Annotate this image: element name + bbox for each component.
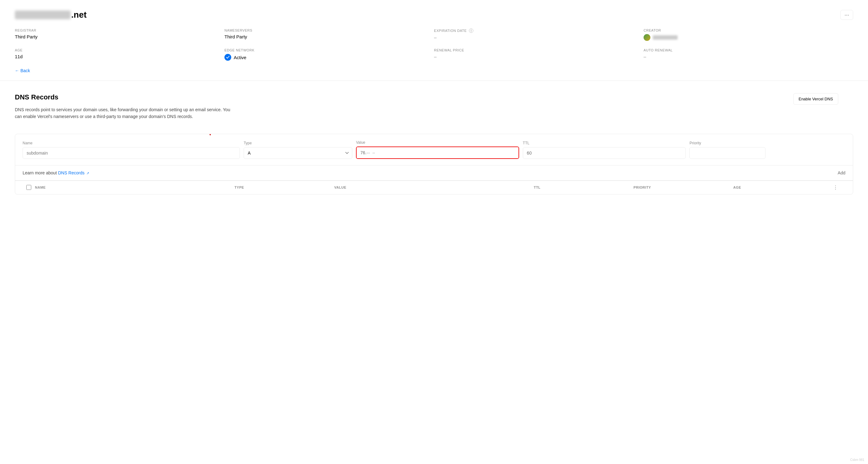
type-field-label: Type [244,141,352,145]
table-actions-col: ⋮ [833,184,845,191]
registrar-label: REGISTRAR [15,29,224,32]
value-field-group: Value [356,140,519,159]
age-item: AGE 11d [15,48,224,61]
registrar-item: REGISTRAR Third Party [15,29,224,41]
edge-network-label: EDGE NETWORK [224,48,434,52]
ttl-field-label: TTL [523,141,686,145]
nameservers-label: NAMESERVERS [224,29,434,32]
type-field-group: Type A AAAA CNAME MX TXT SRV CAA [244,141,352,159]
dns-header-left: DNS Records DNS records point to service… [15,93,853,129]
add-button-label: Add [838,170,845,175]
registrar-value: Third Party [15,34,224,39]
dns-form-card: Name Type A AAAA CNAME MX TXT SRV CAA [15,134,853,195]
dns-section-title: DNS Records [15,93,853,101]
table-col-value: VALUE [334,185,534,189]
domain-blurred [15,10,70,19]
priority-field-label: Priority [689,141,766,145]
dns-section-header: DNS Records DNS records point to service… [15,93,853,129]
enable-vercel-dns-button[interactable]: Enable Vercel DNS [794,93,838,105]
creator-row [644,34,853,41]
table-header: NAME TYPE VALUE TTL PRIORITY AGE ⋮ [15,181,853,194]
domain-suffix: .net [71,10,87,20]
table-col-priority: PRIORITY [634,185,733,189]
priority-input[interactable] [689,147,766,159]
auto-renewal-label: AUTO RENEWAL [644,48,853,52]
external-link-icon: ↗ [86,171,89,175]
edge-network-item: EDGE NETWORK Active [224,48,434,61]
auto-renewal-item: AUTO RENEWAL – [644,48,853,61]
dns-records-link-text: DNS Records [58,170,85,175]
nameservers-item: NAMESERVERS Third Party [224,29,434,41]
value-highlight-box [356,146,519,159]
expiration-value: – [434,35,644,40]
dns-form-footer: Learn more about DNS Records ↗ Add [15,166,853,181]
value-field-label: Value [356,140,519,145]
active-label: Active [234,55,246,60]
age-label: AGE [15,48,224,52]
age-value: 11d [15,54,224,59]
table-col-type: TYPE [235,185,334,189]
more-options-button[interactable]: ··· [840,10,853,20]
table-options-icon: ⋮ [833,185,838,190]
active-circle-icon [224,54,231,61]
back-link[interactable]: ← Back [15,68,30,73]
ttl-input[interactable] [523,147,686,159]
name-field-label: Name [23,141,240,145]
dns-records-link[interactable]: DNS Records ↗ [58,170,89,175]
dns-section-description: DNS records point to services your domai… [15,106,238,120]
domain-title: .net [15,10,853,20]
value-input[interactable] [356,147,519,158]
ttl-field-group: TTL [523,141,686,159]
meta-grid: REGISTRAR Third Party NAMESERVERS Third … [15,29,853,61]
creator-name-blurred [653,35,678,40]
enable-vercel-dns-label: Enable Vercel DNS [799,97,833,101]
creator-label: CREATOR [644,29,853,32]
table-col-ttl: TTL [534,185,633,189]
table-col-name: NAME [35,185,235,189]
renewal-label: RENEWAL PRICE [434,48,644,52]
auto-renewal-value: – [644,54,853,59]
expiration-info-icon[interactable]: i [469,29,473,33]
nameservers-value: Third Party [224,34,434,39]
more-options-label: ··· [844,12,849,18]
renewal-value: – [434,54,644,59]
type-select[interactable]: A AAAA CNAME MX TXT SRV CAA [244,147,352,159]
add-button[interactable]: Add [838,170,845,175]
creator-item: CREATOR [644,29,853,41]
select-all-checkbox-cell[interactable] [23,185,35,190]
name-input[interactable] [23,147,240,159]
expiration-label: EXPIRATION DATE i [434,29,644,33]
active-badge: Active [224,54,434,61]
priority-field-group: Priority [689,141,766,159]
dns-form-row: Name Type A AAAA CNAME MX TXT SRV CAA [15,134,853,166]
expiration-item: EXPIRATION DATE i – [434,29,644,41]
renewal-item: RENEWAL PRICE – [434,48,644,61]
table-col-age: AGE [733,185,833,189]
name-field-group: Name [23,141,240,159]
back-link-text: ← Back [15,68,30,73]
select-all-checkbox[interactable] [26,185,31,190]
main-section: DNS Records DNS records point to service… [0,81,868,207]
creator-avatar [644,34,650,41]
learn-more-text: Learn more about DNS Records ↗ [23,170,89,175]
